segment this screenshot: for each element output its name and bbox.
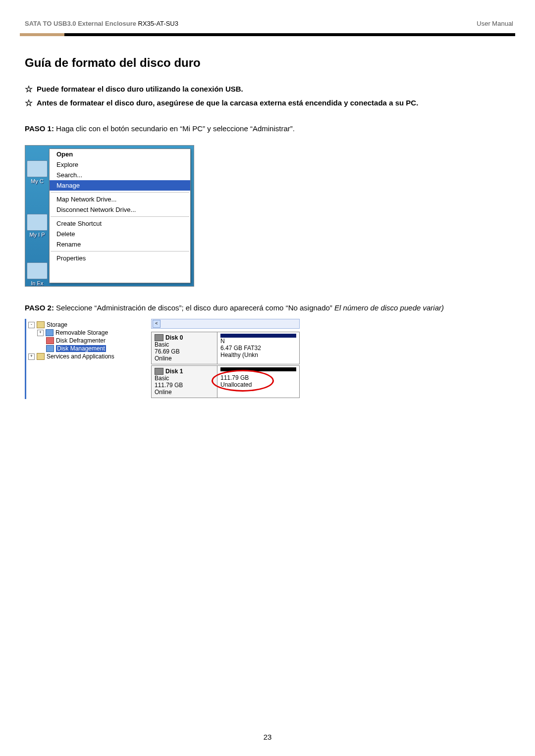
model: RX35-AT-SU3 [138, 20, 178, 27]
tree-services[interactable]: Services and Applications [47, 353, 114, 360]
tree-storage[interactable]: Storage [47, 321, 67, 328]
disk1-status: Online [155, 389, 214, 396]
disk0-part-status: Healthy (Unkn [220, 352, 296, 358]
disk-management-pane: < Disk 0 Basic 76.69 GB Online N 6.47 GB… [151, 319, 300, 399]
storage-icon [46, 329, 54, 336]
desktop-icon [27, 214, 48, 231]
tree-disk-management[interactable]: Disk Management [56, 345, 106, 352]
step-2: PASO 2: Seleccione “Administración de di… [25, 302, 510, 314]
desktop-icons-strip: My C My I P In Ex [25, 146, 49, 286]
menu-item-search[interactable]: Search... [50, 170, 190, 180]
menu-item-rename[interactable]: Rename [50, 239, 190, 250]
menu-item-open[interactable]: Open [50, 149, 190, 159]
disk0-status: Online [155, 355, 214, 362]
screenshot-disk-management: -Storage +Removable Storage Disk Defragm… [25, 319, 510, 399]
mmc-tree: -Storage +Removable Storage Disk Defragm… [25, 319, 147, 399]
disk1-size: 111.79 GB [155, 382, 214, 389]
disk1-name: Disk 1 [165, 368, 183, 375]
menu-separator [51, 251, 189, 252]
folder-icon [37, 321, 45, 328]
disk1-part-size: 111.79 GB [220, 374, 296, 381]
menu-item-explore[interactable]: Explore [50, 159, 190, 170]
disk0-partition[interactable]: N 6.47 GB FAT32 Healthy (Unkn [217, 332, 299, 364]
disk-icon [155, 368, 163, 375]
disk-row-1: Disk 1 Basic 111.79 GB Online 111.79 GB … [151, 365, 300, 398]
page-header: SATA TO USB3.0 External Enclosure RX35-A… [20, 20, 515, 31]
bullet-2: ☆ Antes de formatear el disco duro, aseg… [25, 99, 510, 107]
star-icon: ☆ [25, 85, 33, 94]
context-menu: Open Explore Search... Manage Map Networ… [49, 149, 191, 283]
tree-defrag[interactable]: Disk Defragmenter [56, 337, 106, 344]
partition-bar [220, 367, 296, 371]
menu-item-manage[interactable]: Manage [50, 180, 190, 191]
expand-icon[interactable]: + [37, 330, 44, 336]
collapse-icon[interactable]: - [28, 322, 35, 328]
defrag-icon [46, 337, 54, 344]
disk0-part-label: N [220, 338, 296, 345]
menu-separator [51, 192, 189, 193]
scroll-left-icon[interactable]: < [153, 320, 160, 328]
disk0-type: Basic [155, 341, 214, 348]
step-1: PASO 1: Haga clic con el botón secundari… [25, 122, 510, 135]
partition-bar [220, 334, 296, 338]
star-icon: ☆ [25, 99, 33, 107]
folder-icon [37, 353, 45, 360]
disk-icon [155, 334, 163, 341]
my-computer-icon [27, 160, 48, 177]
menu-item-delete[interactable]: Delete [50, 229, 190, 239]
disk1-part-status: Unallocated [220, 381, 296, 388]
disk0-size: 76.69 GB [155, 348, 214, 355]
disk-row-0: Disk 0 Basic 76.69 GB Online N 6.47 GB F… [151, 332, 300, 364]
menu-item-properties[interactable]: Properties [50, 253, 190, 263]
bullet-1: ☆ Puede formatear el disco duro utilizan… [25, 85, 510, 94]
disk1-type: Basic [155, 375, 214, 382]
horizontal-scrollbar[interactable]: < [151, 319, 300, 329]
menu-item-create-shortcut[interactable]: Create Shortcut [50, 218, 190, 229]
diskmgmt-icon [46, 345, 54, 352]
doc-type: User Manual [477, 20, 513, 27]
expand-icon[interactable]: + [28, 353, 35, 360]
screenshot-context-menu: My C My I P In Ex Open Explore Search...… [25, 145, 194, 287]
page-number: 23 [0, 733, 535, 741]
disk0-name: Disk 0 [165, 334, 183, 341]
page-title: Guía de formato del disco duro [25, 56, 510, 70]
disk0-part-size: 6.47 GB FAT32 [220, 345, 296, 352]
disk1-partition[interactable]: 111.79 GB Unallocated [217, 366, 299, 398]
menu-separator [51, 216, 189, 217]
menu-item-map-drive[interactable]: Map Network Drive... [50, 194, 190, 204]
product-line: SATA TO USB3.0 External Enclosure [25, 20, 136, 27]
tree-removable[interactable]: Removable Storage [55, 329, 108, 336]
menu-item-disconnect-drive[interactable]: Disconnect Network Drive... [50, 204, 190, 215]
desktop-icon [27, 262, 48, 279]
